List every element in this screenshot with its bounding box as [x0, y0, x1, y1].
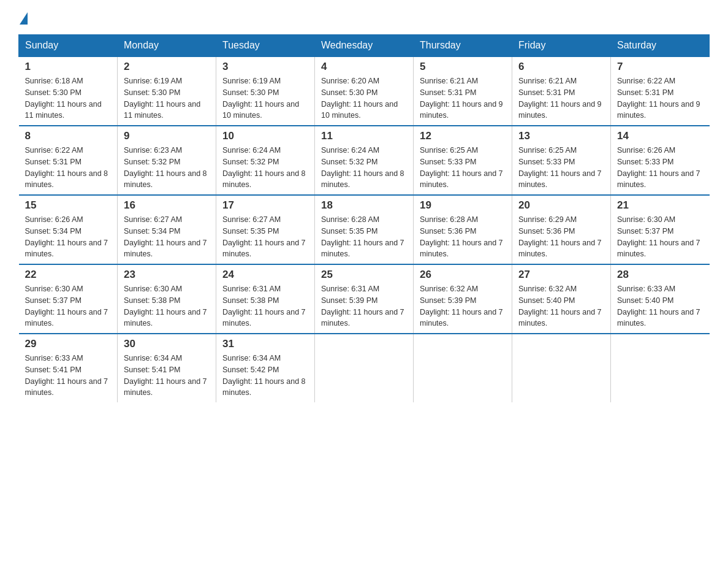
day-number: 22	[25, 269, 112, 281]
weekday-header-monday: Monday	[118, 35, 216, 57]
day-number: 31	[222, 338, 308, 350]
weekday-header-tuesday: Tuesday	[216, 35, 315, 57]
day-number: 10	[222, 130, 308, 142]
day-number: 12	[420, 130, 506, 142]
sunrise-label: Sunrise: 6:31 AM	[321, 285, 379, 293]
sunrise-label: Sunrise: 6:30 AM	[617, 215, 675, 224]
day-info: Sunrise: 6:32 AM Sunset: 5:40 PM Dayligh…	[518, 283, 604, 329]
calendar-cell: 1 Sunrise: 6:18 AM Sunset: 5:30 PM Dayli…	[19, 56, 118, 126]
calendar-cell: 16 Sunrise: 6:27 AM Sunset: 5:34 PM Dayl…	[118, 195, 216, 264]
weekday-header-saturday: Saturday	[611, 35, 710, 57]
sunset-label: Sunset: 5:41 PM	[124, 366, 180, 374]
sunset-label: Sunset: 5:40 PM	[617, 296, 673, 305]
daylight-label: Daylight: 11 hours and 8 minutes.	[321, 169, 404, 190]
day-number: 7	[617, 61, 703, 73]
sunrise-label: Sunrise: 6:33 AM	[617, 285, 675, 293]
day-number: 9	[124, 130, 210, 142]
calendar-cell: 6 Sunrise: 6:21 AM Sunset: 5:31 PM Dayli…	[512, 56, 611, 126]
sunrise-label: Sunrise: 6:26 AM	[25, 215, 83, 224]
daylight-label: Daylight: 11 hours and 7 minutes.	[321, 239, 404, 259]
sunrise-label: Sunrise: 6:28 AM	[420, 215, 478, 224]
calendar-cell: 15 Sunrise: 6:26 AM Sunset: 5:34 PM Dayl…	[19, 195, 118, 264]
day-number: 8	[25, 130, 112, 142]
calendar-cell: 10 Sunrise: 6:24 AM Sunset: 5:32 PM Dayl…	[216, 126, 315, 195]
day-info: Sunrise: 6:26 AM Sunset: 5:33 PM Dayligh…	[617, 145, 703, 191]
sunset-label: Sunset: 5:34 PM	[25, 227, 82, 236]
daylight-label: Daylight: 11 hours and 8 minutes.	[25, 169, 108, 190]
sunrise-label: Sunrise: 6:27 AM	[124, 215, 182, 224]
day-info: Sunrise: 6:24 AM Sunset: 5:32 PM Dayligh…	[321, 145, 407, 191]
calendar-cell: 5 Sunrise: 6:21 AM Sunset: 5:31 PM Dayli…	[414, 56, 512, 126]
daylight-label: Daylight: 11 hours and 7 minutes.	[124, 377, 207, 397]
sunrise-label: Sunrise: 6:20 AM	[321, 77, 379, 85]
sunset-label: Sunset: 5:32 PM	[222, 158, 279, 166]
calendar-cell: 8 Sunrise: 6:22 AM Sunset: 5:31 PM Dayli…	[19, 126, 118, 195]
daylight-label: Daylight: 11 hours and 8 minutes.	[124, 169, 207, 190]
daylight-label: Daylight: 11 hours and 9 minutes.	[617, 100, 700, 120]
sunrise-label: Sunrise: 6:24 AM	[222, 146, 281, 155]
daylight-label: Daylight: 11 hours and 8 minutes.	[222, 169, 306, 190]
day-number: 2	[124, 61, 210, 73]
sunset-label: Sunset: 5:32 PM	[321, 158, 377, 166]
sunset-label: Sunset: 5:38 PM	[124, 296, 180, 305]
calendar-cell: 18 Sunrise: 6:28 AM Sunset: 5:35 PM Dayl…	[315, 195, 414, 264]
daylight-label: Daylight: 11 hours and 7 minutes.	[420, 169, 503, 190]
calendar-cell: 26 Sunrise: 6:32 AM Sunset: 5:39 PM Dayl…	[414, 264, 512, 334]
sunrise-label: Sunrise: 6:22 AM	[25, 146, 83, 155]
daylight-label: Daylight: 11 hours and 7 minutes.	[420, 308, 503, 328]
day-number: 5	[420, 61, 506, 73]
sunrise-label: Sunrise: 6:21 AM	[420, 77, 478, 85]
weekday-header-thursday: Thursday	[414, 35, 512, 57]
weekday-header-sunday: Sunday	[19, 35, 118, 57]
daylight-label: Daylight: 11 hours and 9 minutes.	[518, 100, 602, 120]
sunrise-label: Sunrise: 6:28 AM	[321, 215, 379, 224]
daylight-label: Daylight: 11 hours and 7 minutes.	[222, 308, 306, 328]
sunset-label: Sunset: 5:30 PM	[321, 88, 377, 97]
calendar-cell: 7 Sunrise: 6:22 AM Sunset: 5:31 PM Dayli…	[611, 56, 710, 126]
calendar-cell: 30 Sunrise: 6:34 AM Sunset: 5:41 PM Dayl…	[118, 334, 216, 402]
day-number: 20	[518, 199, 604, 212]
sunset-label: Sunset: 5:37 PM	[25, 296, 82, 305]
day-info: Sunrise: 6:28 AM Sunset: 5:35 PM Dayligh…	[321, 214, 407, 260]
day-number: 4	[321, 61, 407, 73]
calendar-cell	[512, 334, 611, 402]
sunrise-label: Sunrise: 6:30 AM	[124, 285, 182, 293]
sunrise-label: Sunrise: 6:25 AM	[518, 146, 577, 155]
day-info: Sunrise: 6:22 AM Sunset: 5:31 PM Dayligh…	[25, 145, 112, 191]
day-info: Sunrise: 6:31 AM Sunset: 5:38 PM Dayligh…	[222, 283, 308, 329]
sunset-label: Sunset: 5:33 PM	[420, 158, 476, 166]
day-info: Sunrise: 6:25 AM Sunset: 5:33 PM Dayligh…	[420, 145, 506, 191]
daylight-label: Daylight: 11 hours and 7 minutes.	[518, 308, 602, 328]
day-number: 21	[617, 199, 703, 212]
sunrise-label: Sunrise: 6:26 AM	[617, 146, 675, 155]
day-info: Sunrise: 6:31 AM Sunset: 5:39 PM Dayligh…	[321, 283, 407, 329]
calendar-cell: 12 Sunrise: 6:25 AM Sunset: 5:33 PM Dayl…	[414, 126, 512, 195]
logo	[18, 12, 28, 22]
sunset-label: Sunset: 5:42 PM	[222, 366, 279, 374]
sunset-label: Sunset: 5:37 PM	[617, 227, 673, 236]
daylight-label: Daylight: 11 hours and 11 minutes.	[124, 100, 200, 120]
calendar-week-1: 1 Sunrise: 6:18 AM Sunset: 5:30 PM Dayli…	[19, 56, 710, 126]
calendar-cell	[315, 334, 414, 402]
calendar-cell: 28 Sunrise: 6:33 AM Sunset: 5:40 PM Dayl…	[611, 264, 710, 334]
calendar-cell: 2 Sunrise: 6:19 AM Sunset: 5:30 PM Dayli…	[118, 56, 216, 126]
day-info: Sunrise: 6:27 AM Sunset: 5:34 PM Dayligh…	[124, 214, 210, 260]
calendar-cell: 24 Sunrise: 6:31 AM Sunset: 5:38 PM Dayl…	[216, 264, 315, 334]
day-info: Sunrise: 6:28 AM Sunset: 5:36 PM Dayligh…	[420, 214, 506, 260]
sunset-label: Sunset: 5:36 PM	[518, 227, 575, 236]
sunrise-label: Sunrise: 6:32 AM	[518, 285, 577, 293]
day-info: Sunrise: 6:30 AM Sunset: 5:38 PM Dayligh…	[124, 283, 210, 329]
sunrise-label: Sunrise: 6:29 AM	[518, 215, 577, 224]
sunrise-label: Sunrise: 6:31 AM	[222, 285, 281, 293]
daylight-label: Daylight: 11 hours and 7 minutes.	[124, 308, 207, 328]
calendar-table: SundayMondayTuesdayWednesdayThursdayFrid…	[18, 34, 710, 402]
calendar-cell: 22 Sunrise: 6:30 AM Sunset: 5:37 PM Dayl…	[19, 264, 118, 334]
sunrise-label: Sunrise: 6:19 AM	[222, 77, 281, 85]
day-number: 19	[420, 199, 506, 212]
sunset-label: Sunset: 5:41 PM	[25, 366, 82, 374]
day-info: Sunrise: 6:33 AM Sunset: 5:41 PM Dayligh…	[25, 353, 112, 399]
calendar-week-3: 15 Sunrise: 6:26 AM Sunset: 5:34 PM Dayl…	[19, 195, 710, 264]
calendar-cell: 20 Sunrise: 6:29 AM Sunset: 5:36 PM Dayl…	[512, 195, 611, 264]
calendar-cell: 14 Sunrise: 6:26 AM Sunset: 5:33 PM Dayl…	[611, 126, 710, 195]
sunrise-label: Sunrise: 6:34 AM	[222, 354, 281, 362]
